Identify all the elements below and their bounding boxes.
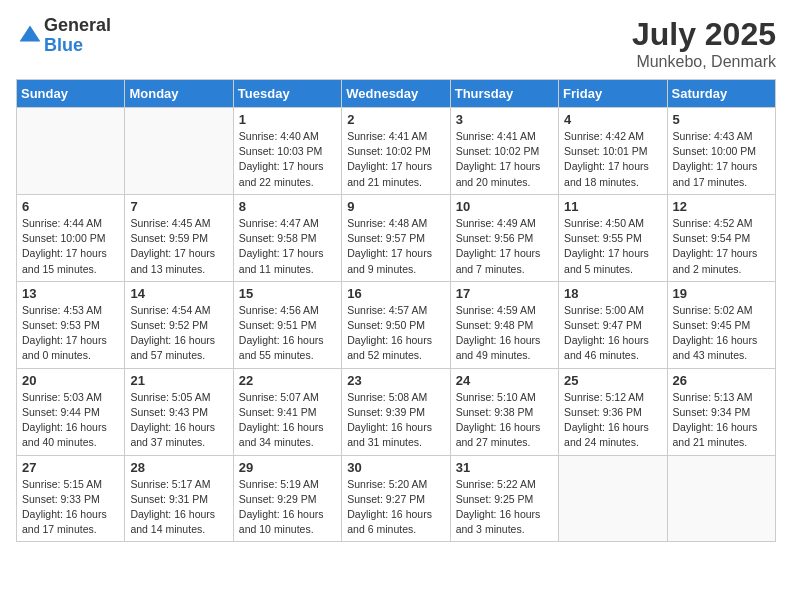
day-number: 5 <box>673 112 770 127</box>
calendar-cell: 20Sunrise: 5:03 AM Sunset: 9:44 PM Dayli… <box>17 368 125 455</box>
month-title: July 2025 <box>632 16 776 53</box>
day-info: Sunrise: 4:47 AM Sunset: 9:58 PM Dayligh… <box>239 216 336 277</box>
calendar-cell: 13Sunrise: 4:53 AM Sunset: 9:53 PM Dayli… <box>17 281 125 368</box>
day-info: Sunrise: 4:52 AM Sunset: 9:54 PM Dayligh… <box>673 216 770 277</box>
calendar-cell: 12Sunrise: 4:52 AM Sunset: 9:54 PM Dayli… <box>667 194 775 281</box>
calendar-week-1: 1Sunrise: 4:40 AM Sunset: 10:03 PM Dayli… <box>17 108 776 195</box>
logo-icon <box>18 24 42 48</box>
day-number: 17 <box>456 286 553 301</box>
day-number: 6 <box>22 199 119 214</box>
day-number: 3 <box>456 112 553 127</box>
calendar-cell: 8Sunrise: 4:47 AM Sunset: 9:58 PM Daylig… <box>233 194 341 281</box>
day-number: 14 <box>130 286 227 301</box>
day-number: 9 <box>347 199 444 214</box>
calendar-cell: 25Sunrise: 5:12 AM Sunset: 9:36 PM Dayli… <box>559 368 667 455</box>
day-header-wednesday: Wednesday <box>342 80 450 108</box>
svg-marker-0 <box>20 25 41 41</box>
calendar-cell: 7Sunrise: 4:45 AM Sunset: 9:59 PM Daylig… <box>125 194 233 281</box>
calendar-cell: 19Sunrise: 5:02 AM Sunset: 9:45 PM Dayli… <box>667 281 775 368</box>
day-info: Sunrise: 5:08 AM Sunset: 9:39 PM Dayligh… <box>347 390 444 451</box>
day-header-saturday: Saturday <box>667 80 775 108</box>
calendar-cell: 24Sunrise: 5:10 AM Sunset: 9:38 PM Dayli… <box>450 368 558 455</box>
calendar-table: SundayMondayTuesdayWednesdayThursdayFrid… <box>16 79 776 542</box>
day-number: 10 <box>456 199 553 214</box>
day-info: Sunrise: 4:48 AM Sunset: 9:57 PM Dayligh… <box>347 216 444 277</box>
day-header-friday: Friday <box>559 80 667 108</box>
calendar-cell <box>17 108 125 195</box>
day-info: Sunrise: 4:54 AM Sunset: 9:52 PM Dayligh… <box>130 303 227 364</box>
calendar-cell <box>667 455 775 542</box>
calendar-cell: 22Sunrise: 5:07 AM Sunset: 9:41 PM Dayli… <box>233 368 341 455</box>
day-number: 7 <box>130 199 227 214</box>
day-number: 8 <box>239 199 336 214</box>
day-number: 23 <box>347 373 444 388</box>
day-header-tuesday: Tuesday <box>233 80 341 108</box>
calendar-week-5: 27Sunrise: 5:15 AM Sunset: 9:33 PM Dayli… <box>17 455 776 542</box>
day-info: Sunrise: 4:43 AM Sunset: 10:00 PM Daylig… <box>673 129 770 190</box>
day-info: Sunrise: 5:22 AM Sunset: 9:25 PM Dayligh… <box>456 477 553 538</box>
calendar-cell: 3Sunrise: 4:41 AM Sunset: 10:02 PM Dayli… <box>450 108 558 195</box>
day-info: Sunrise: 4:57 AM Sunset: 9:50 PM Dayligh… <box>347 303 444 364</box>
calendar-week-2: 6Sunrise: 4:44 AM Sunset: 10:00 PM Dayli… <box>17 194 776 281</box>
day-number: 16 <box>347 286 444 301</box>
calendar-cell: 21Sunrise: 5:05 AM Sunset: 9:43 PM Dayli… <box>125 368 233 455</box>
calendar-cell <box>559 455 667 542</box>
day-number: 25 <box>564 373 661 388</box>
day-number: 21 <box>130 373 227 388</box>
day-header-thursday: Thursday <box>450 80 558 108</box>
calendar-cell: 28Sunrise: 5:17 AM Sunset: 9:31 PM Dayli… <box>125 455 233 542</box>
day-number: 24 <box>456 373 553 388</box>
day-number: 28 <box>130 460 227 475</box>
day-info: Sunrise: 4:49 AM Sunset: 9:56 PM Dayligh… <box>456 216 553 277</box>
day-number: 13 <box>22 286 119 301</box>
calendar-cell: 10Sunrise: 4:49 AM Sunset: 9:56 PM Dayli… <box>450 194 558 281</box>
calendar-header-row: SundayMondayTuesdayWednesdayThursdayFrid… <box>17 80 776 108</box>
day-number: 26 <box>673 373 770 388</box>
day-info: Sunrise: 4:45 AM Sunset: 9:59 PM Dayligh… <box>130 216 227 277</box>
calendar-cell: 17Sunrise: 4:59 AM Sunset: 9:48 PM Dayli… <box>450 281 558 368</box>
day-number: 18 <box>564 286 661 301</box>
day-header-sunday: Sunday <box>17 80 125 108</box>
day-info: Sunrise: 5:19 AM Sunset: 9:29 PM Dayligh… <box>239 477 336 538</box>
calendar-cell: 30Sunrise: 5:20 AM Sunset: 9:27 PM Dayli… <box>342 455 450 542</box>
calendar-cell: 16Sunrise: 4:57 AM Sunset: 9:50 PM Dayli… <box>342 281 450 368</box>
day-header-monday: Monday <box>125 80 233 108</box>
logo-blue: Blue <box>44 36 111 56</box>
day-number: 30 <box>347 460 444 475</box>
day-info: Sunrise: 5:03 AM Sunset: 9:44 PM Dayligh… <box>22 390 119 451</box>
calendar-cell: 29Sunrise: 5:19 AM Sunset: 9:29 PM Dayli… <box>233 455 341 542</box>
calendar-cell: 11Sunrise: 4:50 AM Sunset: 9:55 PM Dayli… <box>559 194 667 281</box>
calendar-cell: 4Sunrise: 4:42 AM Sunset: 10:01 PM Dayli… <box>559 108 667 195</box>
calendar-cell: 15Sunrise: 4:56 AM Sunset: 9:51 PM Dayli… <box>233 281 341 368</box>
calendar-week-4: 20Sunrise: 5:03 AM Sunset: 9:44 PM Dayli… <box>17 368 776 455</box>
day-info: Sunrise: 5:10 AM Sunset: 9:38 PM Dayligh… <box>456 390 553 451</box>
day-info: Sunrise: 5:15 AM Sunset: 9:33 PM Dayligh… <box>22 477 119 538</box>
day-info: Sunrise: 4:41 AM Sunset: 10:02 PM Daylig… <box>347 129 444 190</box>
day-info: Sunrise: 5:05 AM Sunset: 9:43 PM Dayligh… <box>130 390 227 451</box>
day-info: Sunrise: 4:41 AM Sunset: 10:02 PM Daylig… <box>456 129 553 190</box>
calendar-cell: 2Sunrise: 4:41 AM Sunset: 10:02 PM Dayli… <box>342 108 450 195</box>
day-info: Sunrise: 4:50 AM Sunset: 9:55 PM Dayligh… <box>564 216 661 277</box>
title-block: July 2025 Munkebo, Denmark <box>632 16 776 71</box>
calendar-cell: 18Sunrise: 5:00 AM Sunset: 9:47 PM Dayli… <box>559 281 667 368</box>
logo-general: General <box>44 16 111 36</box>
day-number: 15 <box>239 286 336 301</box>
day-info: Sunrise: 4:42 AM Sunset: 10:01 PM Daylig… <box>564 129 661 190</box>
day-number: 11 <box>564 199 661 214</box>
calendar-cell: 9Sunrise: 4:48 AM Sunset: 9:57 PM Daylig… <box>342 194 450 281</box>
calendar-cell: 26Sunrise: 5:13 AM Sunset: 9:34 PM Dayli… <box>667 368 775 455</box>
day-number: 19 <box>673 286 770 301</box>
day-info: Sunrise: 4:59 AM Sunset: 9:48 PM Dayligh… <box>456 303 553 364</box>
day-number: 1 <box>239 112 336 127</box>
day-info: Sunrise: 5:17 AM Sunset: 9:31 PM Dayligh… <box>130 477 227 538</box>
day-info: Sunrise: 5:07 AM Sunset: 9:41 PM Dayligh… <box>239 390 336 451</box>
day-info: Sunrise: 4:40 AM Sunset: 10:03 PM Daylig… <box>239 129 336 190</box>
day-info: Sunrise: 5:20 AM Sunset: 9:27 PM Dayligh… <box>347 477 444 538</box>
day-info: Sunrise: 4:56 AM Sunset: 9:51 PM Dayligh… <box>239 303 336 364</box>
calendar-cell: 31Sunrise: 5:22 AM Sunset: 9:25 PM Dayli… <box>450 455 558 542</box>
day-number: 12 <box>673 199 770 214</box>
logo: General Blue <box>16 16 111 56</box>
day-number: 22 <box>239 373 336 388</box>
day-number: 31 <box>456 460 553 475</box>
day-number: 29 <box>239 460 336 475</box>
